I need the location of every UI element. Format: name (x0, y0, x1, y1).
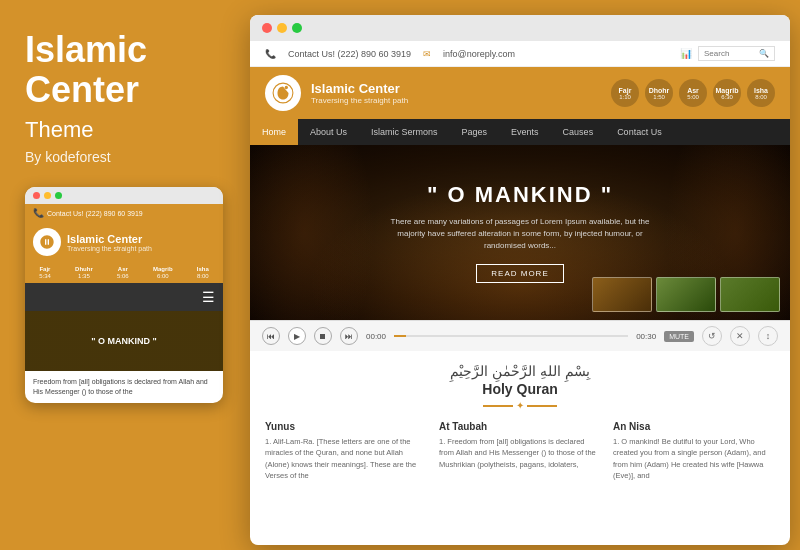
topbar-right: 📊 🔍 (680, 46, 775, 61)
column-attaubah: At Taubah 1. Freedom from [all] obligati… (439, 421, 601, 481)
site-hero: " O MANKIND " There are many variations … (250, 145, 790, 320)
holy-quran-header: بِسْمِ اللهِ الرَّحْمٰنِ الرَّحِيْمِ Hol… (265, 363, 775, 411)
hamburger-icon: ☰ (202, 289, 215, 305)
hero-thumb-1 (592, 277, 652, 312)
search-input[interactable] (704, 49, 759, 58)
theme-author: By kodeforest (25, 149, 223, 165)
col-yunus-title: Yunus (265, 421, 427, 432)
site-tagline: Traversing the straight path (311, 96, 408, 105)
browser-dot-green[interactable] (292, 23, 302, 33)
prayer-fajr: Fajr1:10 (611, 79, 639, 107)
player-progress (394, 335, 406, 337)
audio-player: ⏮ ▶ ⏹ ⏭ 00:00 00:30 MUTE ↺ ✕ ↕ (250, 320, 790, 351)
mobile-prayer-magrib: Magrib6:00 (153, 266, 173, 279)
mobile-chrome (25, 187, 223, 204)
mobile-header-text: Islamic Center Traversing the straight p… (67, 233, 152, 252)
player-time-start: 00:00 (366, 332, 386, 341)
browser-chrome (250, 15, 790, 41)
column-annisa: An Nisa 1. O mankind! Be dutiful to your… (613, 421, 775, 481)
mobile-dot-red (33, 192, 40, 199)
mobile-prayer-fajr: Fajr5:34 (39, 266, 51, 279)
topbar-contact: Contact Us! (222) 890 60 3919 (288, 49, 411, 59)
col-attaubah-text: 1. Freedom from [all] obligations is dec… (439, 436, 601, 470)
read-more-button[interactable]: READ MORE (476, 264, 563, 283)
topbar-phone-icon: 📞 (265, 49, 276, 59)
nav-home[interactable]: Home (250, 119, 298, 145)
content-columns: Yunus 1. Alif-Lam-Ra. [These letters are… (265, 421, 775, 481)
player-icon-3[interactable]: ↕ (758, 326, 778, 346)
player-icon-2[interactable]: ✕ (730, 326, 750, 346)
player-time-end: 00:30 (636, 332, 656, 341)
mobile-prayer-isha: Isha8:00 (197, 266, 209, 279)
col-attaubah-title: At Taubah (439, 421, 601, 432)
mobile-prayer-asr: Asr5:06 (117, 266, 129, 279)
next-button[interactable]: ⏭ (340, 327, 358, 345)
mute-button[interactable]: MUTE (664, 331, 694, 342)
site-topbar: 📞 Contact Us! (222) 890 60 3919 ✉ info@n… (250, 41, 790, 67)
hero-thumbnails (592, 277, 780, 312)
prayer-magrib: Magrib6:30 (713, 79, 741, 107)
search-box[interactable]: 🔍 (698, 46, 775, 61)
hero-thumb-2 (656, 277, 716, 312)
site-title-text: Islamic Center Traversing the straight p… (311, 81, 408, 105)
underline-left (483, 405, 513, 407)
phone-icon: 📞 (33, 208, 44, 218)
nav-sermons[interactable]: Islamic Sermons (359, 119, 450, 145)
mobile-dot-green (55, 192, 62, 199)
topbar-chart-icon: 📊 (680, 48, 692, 59)
orange-underline: ✦ (265, 400, 775, 411)
column-yunus: Yunus 1. Alif-Lam-Ra. [These letters are… (265, 421, 427, 481)
nav-about[interactable]: About Us (298, 119, 359, 145)
mobile-site-title: Islamic Center (67, 233, 152, 245)
mobile-hero-quote: " O MANKIND " (91, 336, 157, 346)
site-logo-circle (265, 75, 301, 111)
mobile-prayer-times: Fajr5:34 Dhuhr1:35 Asr5:06 Magrib6:00 Is… (25, 262, 223, 283)
mobile-nav[interactable]: ☰ (25, 283, 223, 311)
prev-button[interactable]: ⏮ (262, 327, 280, 345)
nav-pages[interactable]: Pages (450, 119, 500, 145)
player-icon-1[interactable]: ↺ (702, 326, 722, 346)
hero-quote: " O MANKIND " (380, 182, 660, 208)
stop-button[interactable]: ⏹ (314, 327, 332, 345)
mobile-header: Islamic Center Traversing the straight p… (25, 222, 223, 262)
mobile-topbar: 📞 Contact Us! (222) 890 60 3919 (25, 204, 223, 222)
col-yunus-text: 1. Alif-Lam-Ra. [These letters are one o… (265, 436, 427, 481)
mobile-hero-text: " O MANKIND " (91, 336, 157, 346)
nav-contact[interactable]: Contact Us (605, 119, 674, 145)
hero-content: " O MANKIND " There are many variations … (340, 182, 700, 283)
left-panel: IslamicCenter Theme By kodeforest 📞 Cont… (0, 0, 248, 550)
topbar-left: 📞 Contact Us! (222) 890 60 3919 ✉ info@n… (265, 49, 515, 59)
theme-subtitle: Theme (25, 117, 223, 143)
site-header-left: Islamic Center Traversing the straight p… (265, 75, 408, 111)
hero-description: There are many variations of passages of… (380, 216, 660, 252)
mobile-contact-text: Contact Us! (222) 890 60 3919 (47, 210, 143, 217)
col-annisa-text: 1. O mankind! Be dutiful to your Lord, W… (613, 436, 775, 481)
prayer-times-header: Fajr1:10 Dhohr1:50 Asr5:00 Magrib6:30 Is… (611, 79, 775, 107)
site-nav: Home About Us Islamic Sermons Pages Even… (250, 119, 790, 145)
topbar-email-icon: ✉ (423, 49, 431, 59)
nav-causes[interactable]: Causes (551, 119, 606, 145)
col-annisa-title: An Nisa (613, 421, 775, 432)
player-track[interactable] (394, 335, 628, 337)
mobile-content: Freedom from [all] obligations is declar… (25, 371, 223, 403)
mobile-preview: 📞 Contact Us! (222) 890 60 3919 Islamic … (25, 187, 223, 403)
nav-events[interactable]: Events (499, 119, 551, 145)
browser-window: 📞 Contact Us! (222) 890 60 3919 ✉ info@n… (250, 15, 790, 545)
play-button[interactable]: ▶ (288, 327, 306, 345)
search-icon: 🔍 (759, 49, 769, 58)
site-header: Islamic Center Traversing the straight p… (250, 67, 790, 119)
site-main: بِسْمِ اللهِ الرَّحْمٰنِ الرَّحِيْمِ Hol… (250, 351, 790, 493)
star-icon: ✦ (516, 400, 524, 411)
browser-dot-yellow[interactable] (277, 23, 287, 33)
theme-title: IslamicCenter (25, 30, 223, 109)
mobile-prayer-dhuhr: Dhuhr1:35 (75, 266, 93, 279)
site-name: Islamic Center (311, 81, 408, 96)
prayer-dhohr: Dhohr1:50 (645, 79, 673, 107)
underline-right (527, 405, 557, 407)
hero-thumb-3 (720, 277, 780, 312)
holy-quran-title: Holy Quran (265, 381, 775, 397)
svg-point-1 (285, 86, 288, 89)
mobile-hero: " O MANKIND " (25, 311, 223, 371)
topbar-email: info@noreply.com (443, 49, 515, 59)
browser-dot-red[interactable] (262, 23, 272, 33)
